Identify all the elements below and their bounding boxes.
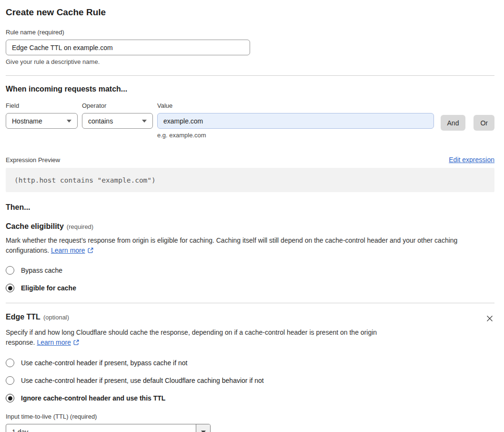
operator-select[interactable]: contains	[82, 113, 153, 129]
external-link-icon	[73, 339, 80, 349]
radio-label: Use cache-control header if present, use…	[21, 377, 264, 384]
page-title: Create new Cache Rule	[6, 7, 494, 18]
radio-label: Ignore cache-control header and use this…	[21, 394, 165, 402]
rule-name-label: Rule name (required)	[6, 29, 494, 36]
radio-icon[interactable]	[6, 266, 14, 275]
radio-icon[interactable]	[6, 359, 14, 367]
cache-eligibility-badge: (required)	[67, 223, 93, 230]
ttl-select-value: 1 day	[6, 424, 196, 432]
match-heading: When incoming requests match...	[6, 85, 494, 93]
divider	[6, 75, 494, 76]
rule-name-hint: Give your rule a descriptive name.	[6, 58, 494, 65]
cache-eligibility-section: Cache eligibility(required) Mark whether…	[6, 222, 494, 292]
field-label: Field	[6, 102, 78, 109]
field-select[interactable]: Hostname	[6, 113, 78, 129]
edit-expression-link[interactable]: Edit expression	[449, 156, 494, 164]
radio-option-ignore-header-ttl[interactable]: Ignore cache-control header and use this…	[6, 394, 494, 402]
value-input[interactable]	[157, 113, 434, 129]
radio-selected-icon[interactable]	[6, 284, 14, 292]
radio-option-use-header-bypass[interactable]: Use cache-control header if present, byp…	[6, 359, 494, 367]
radio-option-use-header-default[interactable]: Use cache-control header if present, use…	[6, 376, 494, 385]
edge-ttl-description: Specify if and how long Cloudflare shoul…	[6, 328, 405, 349]
radio-label: Eligible for cache	[21, 284, 76, 292]
radio-selected-icon[interactable]	[6, 394, 14, 402]
chevron-down-icon	[201, 431, 206, 432]
field-column: Field Hostname	[6, 102, 78, 129]
condition-buttons: And Or	[434, 102, 494, 131]
or-button[interactable]: Or	[474, 115, 494, 131]
create-cache-rule-form: Create new Cache Rule Rule name (require…	[0, 0, 504, 432]
operator-label: Operator	[82, 102, 153, 109]
chevron-down-icon	[67, 120, 71, 123]
expression-preview-label: Expression Preview	[6, 156, 60, 164]
and-button[interactable]: And	[441, 115, 466, 131]
then-heading: Then...	[6, 203, 494, 212]
value-hint: e.g. example.com	[157, 132, 434, 139]
radio-option-eligible-for-cache[interactable]: Eligible for cache	[6, 284, 494, 292]
edge-ttl-heading: Edge TTL	[6, 313, 40, 321]
external-link-icon	[87, 247, 94, 257]
expression-preview-header: Expression Preview Edit expression	[6, 156, 494, 164]
operator-select-value: contains	[88, 117, 113, 125]
expression-code-block: (http.host contains "example.com")	[6, 168, 494, 192]
edge-ttl-section: Edge TTL(optional) Specify if and how lo…	[6, 313, 494, 432]
expression-code: (http.host contains "example.com")	[14, 176, 156, 184]
chevron-down-icon	[142, 120, 147, 123]
edge-ttl-badge: (optional)	[43, 314, 69, 321]
cache-eligibility-learn-more-link[interactable]: Learn more	[51, 247, 85, 254]
divider	[6, 303, 494, 303]
cache-eligibility-description: Mark whether the request’s response from…	[6, 236, 494, 257]
ttl-label: Input time-to-live (TTL) (required)	[6, 413, 494, 420]
field-select-value: Hostname	[12, 117, 42, 125]
ttl-select-arrow-button[interactable]	[196, 424, 210, 432]
radio-option-bypass-cache[interactable]: Bypass cache	[6, 266, 494, 275]
edge-ttl-header-row: Edge TTL(optional)	[6, 313, 494, 325]
operator-column: Operator contains	[82, 102, 153, 129]
radio-icon[interactable]	[6, 376, 14, 385]
condition-row: Field Hostname Operator contains Value e…	[6, 102, 494, 139]
ttl-select[interactable]: 1 day	[6, 424, 211, 432]
cache-eligibility-heading: Cache eligibility	[6, 222, 64, 230]
radio-label: Bypass cache	[21, 267, 62, 274]
value-label: Value	[157, 102, 434, 109]
edge-ttl-heading-wrap: Edge TTL(optional)	[6, 313, 69, 321]
rule-name-input[interactable]	[6, 40, 250, 55]
radio-label: Use cache-control header if present, byp…	[21, 359, 187, 367]
value-column: Value e.g. example.com	[157, 102, 434, 139]
edge-ttl-learn-more-link[interactable]: Learn more	[37, 339, 71, 346]
close-icon[interactable]	[485, 314, 494, 325]
